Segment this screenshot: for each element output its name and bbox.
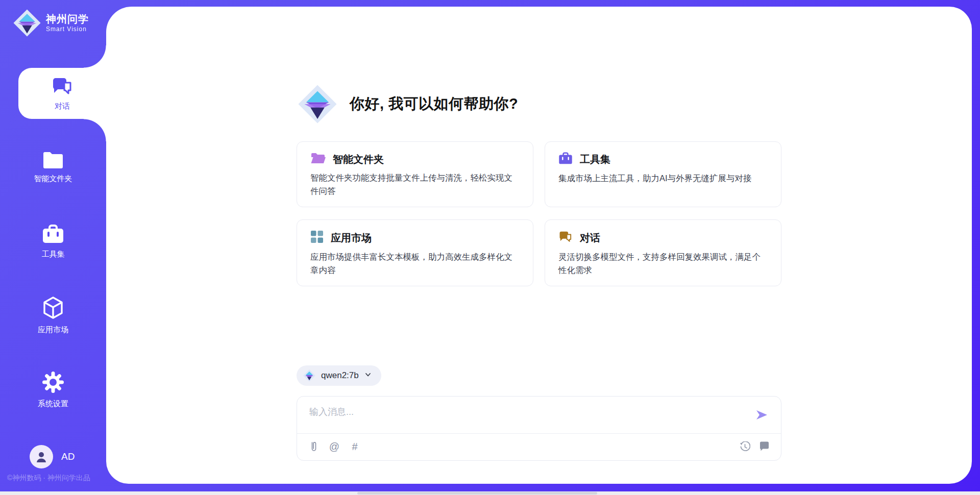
user-profile[interactable]: AD	[30, 445, 75, 468]
hash-icon[interactable]: #	[349, 441, 360, 452]
avatar	[30, 445, 53, 468]
history-icon[interactable]	[739, 441, 750, 452]
brand-subtitle: Smart Vision	[46, 26, 89, 33]
card-app-market[interactable]: 应用市场 应用市场提供丰富长文本模板，助力高效生成多样化文章内容	[297, 219, 533, 286]
sidebar-item-label: 应用市场	[38, 325, 68, 335]
app-root: 神州问学 Smart Vision 对话 智能文件夹	[0, 0, 980, 495]
sidebar-item-settings[interactable]: 系统设置	[0, 369, 106, 410]
sidebar: 神州问学 Smart Vision 对话 智能文件夹	[0, 0, 106, 495]
briefcase-icon	[42, 225, 64, 246]
greeting-logo-icon	[297, 83, 338, 125]
model-name: qwen2:7b	[321, 370, 359, 381]
gear-icon	[42, 371, 64, 395]
card-title: 工具集	[580, 153, 610, 166]
user-avatar-icon	[35, 450, 48, 463]
feature-cards: 智能文件夹 智能文件夹功能支持批量文件上传与清洗，轻松实现文件问答	[297, 141, 781, 286]
sidebar-item-label: 对话	[55, 102, 70, 111]
sidebar-item-label: 智能文件夹	[34, 174, 72, 184]
brand-logo-icon	[12, 8, 42, 38]
horizontal-scrollbar[interactable]	[0, 491, 980, 495]
sidebar-item-toolset[interactable]: 工具集	[0, 221, 106, 262]
folder-icon	[42, 151, 64, 170]
message-input-card: @ #	[297, 396, 781, 461]
card-description: 智能文件夹功能支持批量文件上传与清洗，轻松实现文件问答	[310, 171, 520, 197]
card-chat[interactable]: 对话 灵活切换多模型文件，支持多样回复效果调试，满足个性化需求	[545, 219, 781, 286]
chevron-down-icon	[364, 370, 372, 381]
chat-bubbles-icon	[51, 76, 74, 98]
card-description: 灵活切换多模型文件，支持多样回复效果调试，满足个性化需求	[558, 251, 768, 277]
paperclip-icon[interactable]	[308, 441, 320, 452]
card-title: 对话	[580, 231, 600, 245]
copyright-footer: ©神州数码 · 神州问学出品	[7, 474, 90, 483]
sidebar-item-label: 工具集	[42, 250, 65, 259]
composer: qwen2:7b	[297, 365, 781, 461]
briefcase-icon	[558, 152, 573, 167]
greeting-block: 你好, 我可以如何帮助你?	[297, 7, 781, 125]
brand: 神州问学 Smart Vision	[12, 8, 89, 38]
sidebar-item-label: 系统设置	[38, 399, 68, 409]
card-description: 集成市场上主流工具，助力AI与外界无缝扩展与对接	[558, 172, 768, 185]
send-icon[interactable]	[754, 408, 769, 422]
grid-icon	[310, 230, 324, 245]
brand-name: 神州问学	[46, 13, 89, 24]
at-icon[interactable]: @	[329, 441, 340, 452]
chat-bubbles-icon	[558, 230, 573, 245]
sidebar-item-smart-folder[interactable]: 智能文件夹	[0, 147, 106, 188]
comment-icon[interactable]	[758, 441, 770, 452]
message-input[interactable]	[309, 406, 745, 430]
card-toolset[interactable]: 工具集 集成市场上主流工具，助力AI与外界无缝扩展与对接	[545, 141, 781, 207]
greeting-title: 你好, 我可以如何帮助你?	[350, 94, 518, 114]
scrollbar-thumb[interactable]	[357, 492, 597, 494]
model-logo-icon	[303, 369, 316, 382]
cube-icon	[42, 296, 64, 321]
model-selector[interactable]: qwen2:7b	[297, 365, 381, 386]
sidebar-item-app-market[interactable]: 应用市场	[0, 295, 106, 336]
sidebar-item-chat[interactable]: 对话	[18, 68, 106, 119]
card-smart-folder[interactable]: 智能文件夹 智能文件夹功能支持批量文件上传与清洗，轻松实现文件问答	[297, 141, 533, 207]
card-description: 应用市场提供丰富长文本模板，助力高效生成多样化文章内容	[310, 251, 520, 277]
card-title: 应用市场	[331, 231, 372, 245]
main-panel: 你好, 我可以如何帮助你? 智能文件夹 智能文件夹功能支持批量文件上传与清洗，轻…	[106, 7, 972, 484]
composer-toolbar: @ #	[297, 434, 781, 460]
card-title: 智能文件夹	[333, 153, 384, 166]
folder-open-icon	[310, 152, 326, 166]
user-name: AD	[61, 451, 75, 462]
